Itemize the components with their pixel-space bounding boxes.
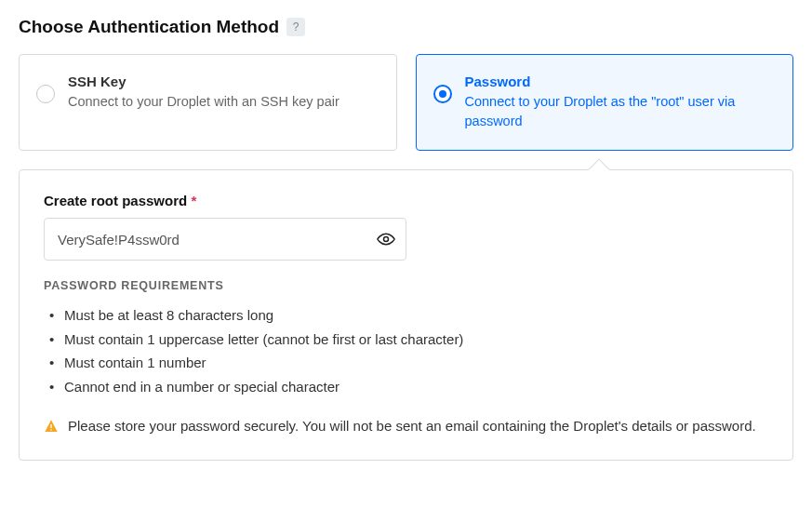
svg-rect-2 [50, 429, 51, 430]
auth-option-desc: Connect to your Droplet as the "root" us… [465, 92, 777, 131]
list-item: Cannot end in a number or special charac… [44, 375, 768, 399]
svg-point-0 [384, 237, 389, 242]
password-storage-warning: Please store your password securely. You… [44, 415, 768, 437]
warning-icon [44, 418, 59, 433]
password-details-panel: Create root password * PASSWORD REQUIREM… [19, 169, 793, 461]
field-label-text: Create root password [44, 193, 187, 208]
auth-method-options: SSH Key Connect to your Droplet with an … [19, 54, 793, 151]
radio-icon [433, 85, 452, 103]
auth-option-password[interactable]: Password Connect to your Droplet as the … [416, 54, 794, 151]
auth-option-title: Password [465, 74, 777, 89]
requirements-header: PASSWORD REQUIREMENTS [44, 279, 768, 292]
auth-option-title: SSH Key [68, 74, 379, 89]
list-item: Must contain 1 number [44, 351, 768, 375]
section-header: Choose Authentication Method ? [19, 17, 793, 37]
required-indicator: * [191, 193, 196, 208]
section-title: Choose Authentication Method [19, 17, 279, 37]
svg-rect-1 [50, 424, 51, 428]
warning-text: Please store your password securely. You… [68, 415, 756, 437]
toggle-password-visibility-button[interactable] [375, 228, 397, 250]
password-requirements-list: Must be at least 8 characters long Must … [44, 303, 768, 398]
password-field-label: Create root password * [44, 193, 768, 208]
auth-option-ssh-key[interactable]: SSH Key Connect to your Droplet with an … [19, 54, 397, 151]
auth-option-desc: Connect to your Droplet with an SSH key … [68, 92, 379, 112]
radio-icon [36, 85, 55, 103]
auth-option-text: SSH Key Connect to your Droplet with an … [68, 74, 379, 112]
root-password-input[interactable] [44, 218, 406, 261]
list-item: Must be at least 8 characters long [44, 303, 768, 328]
password-input-wrapper [44, 218, 406, 261]
auth-option-text: Password Connect to your Droplet as the … [465, 74, 777, 131]
eye-icon [377, 230, 395, 248]
help-icon[interactable]: ? [286, 18, 305, 36]
list-item: Must contain 1 uppercase letter (cannot … [44, 328, 768, 352]
